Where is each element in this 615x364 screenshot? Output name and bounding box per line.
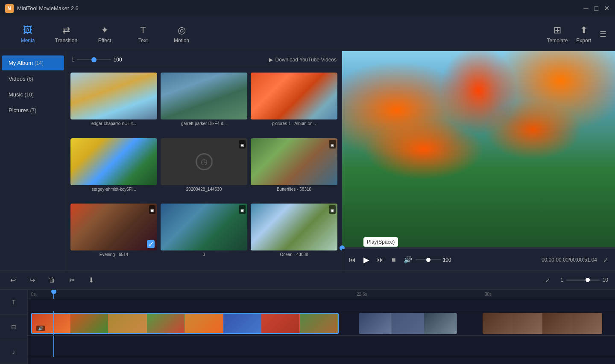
timeline-body: T ⊟ ♪ 0s 22.6s 30s xyxy=(0,290,615,364)
menu-icon[interactable]: ☰ xyxy=(600,29,606,39)
text-track xyxy=(28,299,615,311)
video-badge: ▣ xyxy=(239,140,246,149)
media-item-name: garrett-parker-DlkF4-d... xyxy=(161,121,247,126)
media-label: Media xyxy=(21,38,35,44)
toolbar-item-export[interactable]: ⬆ Export xyxy=(576,25,591,44)
playhead-handle[interactable] xyxy=(51,290,56,294)
timeline-tracks: 0s 22.6s 30s xyxy=(28,290,615,364)
step-forward-button[interactable]: ⏭ xyxy=(375,254,386,265)
redo-button[interactable]: ↪ xyxy=(26,274,38,286)
media-item[interactable]: sergey-shmidt-koy6Fl... xyxy=(70,138,157,201)
title-bar: M MiniTool MovieMaker 2.6 ─ □ ✕ xyxy=(0,0,615,17)
media-thumb xyxy=(251,138,337,185)
video-clip-3[interactable] xyxy=(483,313,602,334)
time-mark-22s: 22.6s xyxy=(357,292,367,297)
motion-icon: ◎ xyxy=(178,25,186,36)
media-item[interactable]: ▣ Butterflies - 58310 xyxy=(251,138,337,201)
video-badge-icon: ▣ xyxy=(150,208,154,213)
timeline-zoom: 1 10 xyxy=(560,277,608,283)
track-label-text: T xyxy=(0,290,27,314)
title-bar-left: M MiniTool MovieMaker 2.6 xyxy=(5,4,79,13)
download-youtube-button[interactable]: ▶ Download YouTube Videos xyxy=(269,57,337,63)
toolbar-right: ⊞ Template ⬆ Export ☰ xyxy=(547,25,606,44)
zoom-slider[interactable] xyxy=(77,59,111,60)
app-title: MiniTool MovieMaker 2.6 xyxy=(17,5,79,12)
video-badge: ▣ xyxy=(239,205,246,214)
media-item[interactable]: edgar-chaparro-nUHlt... xyxy=(70,73,157,135)
transition-icon: ⇄ xyxy=(62,25,70,36)
download-youtube-label: Download YouTube Videos xyxy=(275,57,337,63)
minimize-button[interactable]: ─ xyxy=(583,5,589,12)
time-mark-30s: 30s xyxy=(485,292,492,297)
detach-audio-button[interactable]: ⬇ xyxy=(85,274,97,286)
media-item[interactable]: ◷ ▣ 20200428_144530 xyxy=(161,138,247,201)
preview-controls: ⏮ ▶ ⏭ ■ 🔊 100 00:00:00.00/00:00:51.04 ⤢ … xyxy=(342,249,615,270)
sidebar-count-music: (10) xyxy=(25,92,34,98)
sidebar-item-my-album[interactable]: My Album (14) xyxy=(2,55,64,70)
sidebar-label-my-album: My Album xyxy=(9,60,33,66)
stop-button[interactable]: ■ xyxy=(390,254,398,265)
audio-indicator: 🔊 xyxy=(36,326,45,331)
time-mark-0s: 0s xyxy=(31,292,36,297)
sidebar-count-my-album: (14) xyxy=(35,60,44,66)
media-item[interactable]: ▣ Ocean - 43038 xyxy=(251,204,337,266)
media-item-name: edgar-chaparro-nUHlt... xyxy=(70,121,157,126)
video-badge-icon: ▣ xyxy=(240,143,244,147)
sidebar-item-videos[interactable]: Videos (6) xyxy=(2,71,64,86)
export-icon: ⬆ xyxy=(580,25,588,36)
fullscreen-button[interactable]: ⤢ xyxy=(601,255,610,265)
undo-button[interactable]: ↩ xyxy=(7,274,19,286)
sidebar-item-pictures[interactable]: Pictures (7) xyxy=(2,103,64,118)
video-clip-main[interactable]: 🔊 xyxy=(31,313,339,334)
zoom-control: 1 100 xyxy=(71,57,126,63)
playhead[interactable] xyxy=(53,290,54,299)
video-clip-2[interactable] xyxy=(359,313,457,334)
media-item[interactable]: pictures-1 - Album on... xyxy=(251,73,337,135)
title-bar-controls: ─ □ ✕ xyxy=(583,5,610,12)
toolbar: 🖼 Media ⇄ Transition ✦ Effect T Text ◎ M… xyxy=(0,17,615,51)
rewind-button[interactable]: ⏮ xyxy=(347,254,357,265)
media-item-name: sergey-shmidt-koy6Fl... xyxy=(70,187,157,192)
toolbar-item-transition[interactable]: ⇄ Transition xyxy=(47,19,85,49)
media-item[interactable]: garrett-parker-DlkF4-d... xyxy=(161,73,247,135)
sidebar-label-videos: Videos xyxy=(9,76,26,82)
timeline-zoom-slider[interactable] xyxy=(566,280,600,281)
main-content: My Album (14) Videos (6) Music (10) Pict… xyxy=(0,51,615,270)
zoom-value: 100 xyxy=(114,57,126,63)
close-button[interactable]: ✕ xyxy=(603,5,610,12)
sidebar-item-music[interactable]: Music (10) xyxy=(2,87,64,102)
volume-value: 100 xyxy=(443,257,456,263)
media-item-name: Evening - 6514 xyxy=(70,252,157,257)
timeline-section: ↩ ↪ 🗑 ✂ ⬇ ⤢ 1 10 T ⊟ ♪ 0s 22.6s 30s xyxy=(0,270,615,364)
template-label: Template xyxy=(547,38,568,44)
media-item-name: 3 xyxy=(161,252,247,257)
media-item[interactable]: ▣ 3 xyxy=(161,204,247,266)
time-display: 00:00:00.00/00:00:51.04 xyxy=(542,257,597,263)
fit-button[interactable]: ⤢ xyxy=(542,275,554,285)
video-badge: ▣ xyxy=(329,140,336,149)
media-thumb: ✓ xyxy=(70,204,157,250)
toolbar-item-effect[interactable]: ✦ Effect xyxy=(85,19,124,49)
toolbar-item-template[interactable]: ⊞ Template xyxy=(547,25,568,44)
toolbar-item-text[interactable]: T Text xyxy=(124,19,162,49)
time-ruler: 0s 22.6s 30s xyxy=(28,290,615,299)
toolbar-item-media[interactable]: 🖼 Media xyxy=(9,19,47,49)
effect-icon: ✦ xyxy=(101,25,108,36)
media-thumb xyxy=(251,73,337,119)
selected-badge: ✓ xyxy=(147,240,155,248)
preview-image xyxy=(342,51,615,247)
zoom-min-label: 1 xyxy=(71,57,74,63)
play-button[interactable]: ▶ xyxy=(362,253,371,266)
volume-icon[interactable]: 🔊 xyxy=(402,254,414,265)
restore-button[interactable]: □ xyxy=(593,5,600,12)
youtube-icon: ▶ xyxy=(269,57,273,63)
track-label-audio: ♪ xyxy=(0,339,27,364)
media-icon: 🖼 xyxy=(23,25,32,36)
audio-track-playhead xyxy=(53,336,54,357)
toolbar-item-motion[interactable]: ◎ Motion xyxy=(162,19,201,49)
delete-button[interactable]: 🗑 xyxy=(45,274,59,285)
cut-button[interactable]: ✂ xyxy=(66,274,78,286)
volume-slider[interactable] xyxy=(416,259,441,260)
tl-zoom-min: 1 xyxy=(560,277,563,283)
media-item[interactable]: ✓ ▣ Evening - 6514 xyxy=(70,204,157,266)
